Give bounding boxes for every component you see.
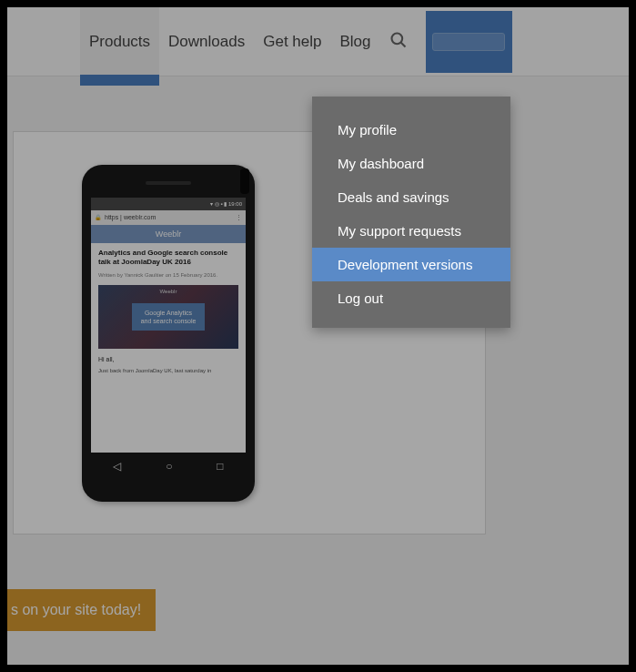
phone-hero-line2: and search console: [141, 318, 197, 324]
search-icon[interactable]: [389, 31, 408, 53]
svg-point-0: [391, 33, 402, 44]
phone-article-title: Analytics and Google search console talk…: [98, 249, 238, 268]
dropdown-my-dashboard[interactable]: My dashboard: [312, 147, 510, 180]
cta-button[interactable]: s on your site today!: [7, 589, 156, 631]
nav-get-help[interactable]: Get help: [254, 7, 330, 76]
dropdown-my-profile[interactable]: My profile: [312, 113, 510, 147]
phone-body-snippet: Just back from JoomlaDay UK, last saturd…: [98, 368, 238, 373]
cta-label: s on your site today!: [11, 602, 141, 617]
more-icon: ⋮: [236, 214, 242, 221]
nav-label: Downloads: [168, 33, 245, 51]
android-back-icon: ◁: [113, 460, 121, 473]
dropdown-item-label: Development versions: [338, 257, 472, 272]
dropdown-log-out[interactable]: Log out: [312, 281, 510, 315]
phone-hero-caption: Google Analytics and search console: [132, 303, 206, 331]
dropdown-item-label: Deals and savings: [338, 189, 449, 205]
account-button[interactable]: [426, 11, 512, 73]
dropdown-item-label: My support requests: [338, 223, 461, 239]
nav-label: Blog: [339, 33, 370, 51]
nav-downloads[interactable]: Downloads: [159, 7, 254, 76]
dropdown-item-label: My dashboard: [338, 156, 424, 171]
dropdown-my-support-requests[interactable]: My support requests: [312, 214, 510, 248]
dropdown-deals-and-savings[interactable]: Deals and savings: [312, 180, 510, 214]
main-header: Products Downloads Get help Blog: [7, 7, 629, 76]
dropdown-item-label: Log out: [338, 290, 383, 306]
account-dropdown: My profile My dashboard Deals and saving…: [312, 97, 510, 328]
lock-icon: 🔒: [95, 214, 101, 220]
phone-screen: ▾ ◎ ▪ ▮ 19:00 🔒 https | weeblr.com ⋮ Wee…: [91, 198, 246, 453]
dropdown-development-versions[interactable]: Development versions: [312, 248, 510, 281]
nav-label: Get help: [263, 33, 321, 51]
phone-site-banner: Weeblr: [91, 225, 246, 243]
dropdown-item-label: My profile: [338, 122, 397, 137]
phone-side-button: [240, 168, 249, 194]
android-home-icon: ○: [166, 460, 172, 473]
phone-banner-text: Weeblr: [156, 229, 181, 239]
nav-products[interactable]: Products: [80, 7, 159, 76]
phone-android-nav: ◁ ○ □: [91, 453, 246, 480]
phone-url-bar: 🔒 https | weeblr.com ⋮: [91, 210, 246, 225]
svg-line-1: [400, 42, 405, 46]
phone-url-text: https | weeblr.com: [105, 214, 156, 220]
phone-status-time: 19:00: [228, 201, 242, 207]
page-viewport: Products Downloads Get help Blog: [7, 7, 629, 665]
phone-article: Analytics and Google search console talk…: [91, 243, 246, 380]
phone-article-meta: Written by Yannick Gaultier on 15 Februa…: [98, 272, 238, 278]
phone-speaker: [146, 181, 191, 185]
nav-blog[interactable]: Blog: [330, 7, 379, 76]
android-recent-icon: □: [217, 460, 223, 473]
account-button-inner: [432, 33, 505, 51]
phone-mockup: ▾ ◎ ▪ ▮ 19:00 🔒 https | weeblr.com ⋮ Wee…: [82, 165, 255, 502]
phone-status-bar: ▾ ◎ ▪ ▮ 19:00: [91, 198, 246, 210]
phone-hero-logo: Weeblr: [160, 289, 177, 294]
nav-label: Products: [89, 33, 150, 51]
phone-hero-line1: Google Analytics: [145, 310, 192, 316]
phone-status-icons: ▾ ◎ ▪ ▮: [210, 200, 227, 207]
phone-hero-image: Weeblr Google Analytics and search conso…: [98, 285, 238, 349]
phone-greeting: Hi all,: [98, 356, 238, 362]
